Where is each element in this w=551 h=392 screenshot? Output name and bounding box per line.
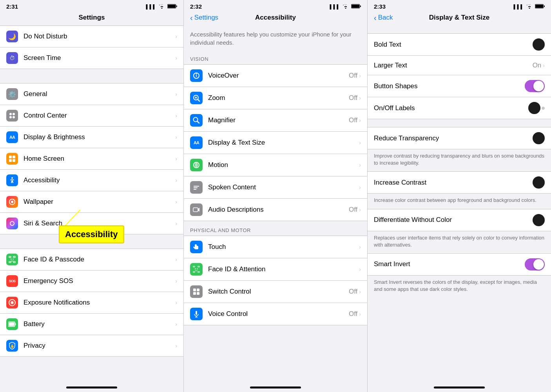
row-smart-invert[interactable]: Smart Invert: [368, 254, 551, 275]
toggle-reduce-transparency[interactable]: [533, 132, 545, 144]
status-bar-1: 2:31 ▌▌▌: [0, 0, 183, 11]
toggle-bold-text[interactable]: [533, 38, 545, 51]
wifi-icon-3: [526, 3, 533, 10]
toggle-differentiate[interactable]: [533, 214, 545, 226]
icon-control-center: [6, 110, 18, 122]
content-on-off-labels: On/Off Labels: [374, 104, 528, 112]
row-home-screen[interactable]: Home Screen ›: [0, 148, 183, 170]
chevron-emergency-sos: ›: [175, 278, 177, 284]
content-motion: Motion: [208, 161, 359, 169]
panel-display-text: 2:33 ▌▌▌ ‹ Back Display & Text Size Bold…: [368, 0, 551, 392]
label-display-brightness: Display & Brightness: [24, 133, 175, 141]
row-display-brightness[interactable]: AA Display & Brightness ›: [0, 127, 183, 148]
label-reduce-transparency: Reduce Transparency: [374, 134, 533, 142]
status-time-3: 2:33: [374, 3, 386, 10]
icon-battery: [6, 318, 18, 330]
row-magnifier[interactable]: Magnifier Off ›: [184, 109, 367, 132]
row-face-id[interactable]: Face ID & Passcode ›: [0, 249, 183, 270]
row-on-off-labels[interactable]: On/Off Labels: [368, 97, 551, 119]
toggle-knob-button-shapes: [533, 81, 544, 91]
label-voice-control: Voice Control: [208, 310, 349, 318]
svg-point-6: [13, 116, 15, 118]
row-accessibility[interactable]: Accessibility ›: [0, 170, 183, 191]
p3-group-1: Bold Text Larger Text On › Button Shapes: [368, 33, 551, 119]
p3-group-5: Smart Invert: [368, 253, 551, 276]
row-spoken-content[interactable]: Spoken Content ›: [184, 176, 367, 199]
row-voice-control[interactable]: Voice Control Off ›: [184, 303, 367, 325]
label-privacy: Privacy: [24, 342, 175, 350]
row-touch[interactable]: Touch ›: [184, 236, 367, 258]
toggle-button-shapes[interactable]: [525, 80, 545, 92]
right-display-brightness: ›: [175, 134, 177, 140]
chevron-switch-control: ›: [359, 289, 361, 295]
content-control-center: Control Center: [24, 112, 175, 120]
signal-icon-1: ▌▌▌: [146, 4, 156, 9]
row-button-shapes[interactable]: Button Shapes: [368, 75, 551, 97]
row-general[interactable]: ⚙️ General ›: [0, 83, 183, 105]
back-button-3[interactable]: ‹ Back: [374, 13, 393, 22]
row-differentiate[interactable]: Differentiate Without Color: [368, 209, 551, 231]
row-larger-text[interactable]: Larger Text On ›: [368, 56, 551, 75]
display-text-title: Display & Text Size: [429, 14, 490, 22]
toggle-knob-smart-invert: [533, 259, 544, 270]
home-indicator-1: [0, 384, 183, 392]
row-wallpaper[interactable]: Wallpaper ›: [0, 191, 183, 213]
row-do-not-disturb[interactable]: 🌙 Do Not Disturb ›: [0, 26, 183, 47]
svg-rect-30: [360, 5, 361, 7]
icon-audio-desc: [190, 203, 203, 216]
back-button-2[interactable]: ‹ Settings: [190, 13, 218, 22]
row-control-center[interactable]: Control Center ›: [0, 105, 183, 127]
label-wallpaper: Wallpaper: [24, 198, 175, 206]
chevron-battery: ›: [175, 321, 177, 327]
row-face-id-attention[interactable]: Face ID & Attention ›: [184, 258, 367, 281]
label-zoom: Zoom: [208, 94, 349, 102]
p3-group-3: Increase Contrast: [368, 171, 551, 194]
row-motion[interactable]: Motion ›: [184, 154, 367, 176]
content-voiceover: VoiceOver: [208, 72, 349, 80]
row-increase-contrast[interactable]: Increase Contrast: [368, 172, 551, 193]
svg-rect-14: [9, 256, 11, 258]
chevron-accessibility: ›: [175, 177, 177, 183]
right-magnifier: Off ›: [349, 116, 361, 124]
back-chevron-2: ‹: [190, 13, 193, 22]
svg-rect-47: [193, 292, 196, 295]
row-zoom[interactable]: Zoom Off ›: [184, 87, 367, 109]
toggle-increase-contrast[interactable]: [533, 176, 545, 189]
right-siri-search: ›: [175, 220, 177, 227]
label-magnifier: Magnifier: [208, 116, 349, 124]
svg-rect-40: [198, 266, 199, 267]
p3-group-2: Reduce Transparency: [368, 127, 551, 149]
row-emergency-sos[interactable]: SOS Emergency SOS ›: [0, 270, 183, 292]
row-reduce-transparency[interactable]: Reduce Transparency: [368, 127, 551, 149]
right-switch-control: Off ›: [349, 288, 361, 296]
icon-do-not-disturb: 🌙: [6, 31, 18, 42]
row-audio-descriptions[interactable]: Audio Descriptions Off ›: [184, 199, 367, 221]
right-zoom: Off ›: [349, 94, 361, 102]
row-switch-control[interactable]: Switch Control Off ›: [184, 281, 367, 303]
content-general: General: [24, 90, 175, 98]
svg-rect-41: [193, 272, 195, 273]
home-bar-2: [250, 387, 301, 388]
toggle-smart-invert[interactable]: [525, 258, 545, 270]
row-screen-time[interactable]: ⏱ Screen Time ›: [0, 47, 183, 69]
svg-rect-46: [197, 289, 199, 291]
content-switch-control: Switch Control: [208, 288, 349, 296]
accessibility-title: Accessibility: [255, 14, 296, 22]
content-spoken-content: Spoken Content: [208, 183, 359, 191]
right-screen-time: ›: [175, 55, 177, 61]
row-display-text-size[interactable]: AA Display & Text Size ›: [184, 132, 367, 154]
row-voiceover[interactable]: VoiceOver Off ›: [184, 65, 367, 87]
chevron-privacy: ›: [175, 343, 177, 349]
toggle-on-off-labels[interactable]: [528, 102, 545, 114]
row-exposure[interactable]: Exposure Notifications ›: [0, 292, 183, 314]
row-privacy[interactable]: ✋ Privacy ›: [0, 335, 183, 356]
icon-display-brightness: AA: [6, 131, 18, 143]
right-general: ›: [175, 91, 177, 97]
panel-accessibility: 2:32 ▌▌▌ ‹ Settings Accessibility Access…: [184, 0, 368, 392]
label-do-not-disturb: Do Not Disturb: [24, 33, 175, 40]
label-touch: Touch: [208, 243, 359, 251]
row-bold-text[interactable]: Bold Text: [368, 34, 551, 56]
row-battery[interactable]: Battery ›: [0, 314, 183, 335]
svg-rect-45: [193, 289, 196, 291]
svg-rect-15: [13, 256, 15, 258]
